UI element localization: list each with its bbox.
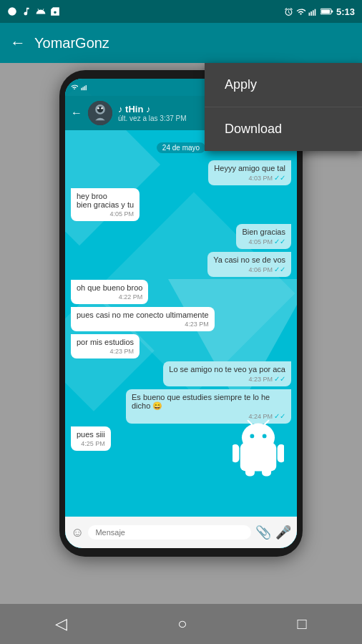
nav-recent-button[interactable]: □	[298, 615, 307, 633]
app-toolbar: ← YomarGonz	[0, 23, 362, 63]
svg-rect-1	[309, 12, 310, 15]
phone-wifi-icon	[71, 84, 78, 91]
message-4: Ya casi no se de vos 4:06 PM✓✓	[207, 252, 291, 277]
emoji-button[interactable]: ☺	[71, 525, 84, 540]
alarm-icon	[284, 7, 293, 16]
svg-point-28	[97, 107, 99, 109]
avatar-image	[88, 101, 112, 125]
svg-point-9	[242, 423, 275, 452]
svg-rect-14	[233, 444, 239, 462]
android-status-icon	[36, 6, 46, 16]
svg-rect-19	[83, 87, 84, 91]
message-7: por mis estudios 4:23 PM	[71, 334, 140, 358]
phone-signal-icon	[81, 84, 88, 91]
download-menu-item[interactable]: Download	[205, 107, 362, 151]
chat-input-bar: ☺ 📎 🎤	[65, 517, 297, 548]
message-2: hey broobien gracias y tu 4:05 PM	[71, 188, 140, 221]
svg-rect-7	[321, 9, 330, 13]
toolbar-title: YomarGonz	[34, 35, 352, 52]
android-mascot-icon	[233, 419, 284, 477]
svg-rect-20	[84, 86, 85, 90]
svg-rect-16	[245, 467, 255, 477]
svg-rect-15	[278, 444, 284, 462]
battery-icon	[321, 7, 333, 16]
apply-menu-item[interactable]: Apply	[205, 63, 362, 107]
status-right: 5:13	[284, 6, 355, 17]
message-1: Heyyy amigo que tal 4:03 PM✓✓	[208, 160, 291, 185]
bottom-navigation: ◁ ○ □	[0, 604, 362, 644]
svg-rect-2	[310, 11, 312, 15]
message-8: Lo se amigo no te veo ya por aca 4:23 PM…	[163, 361, 291, 386]
svg-rect-21	[86, 85, 87, 90]
dropdown-menu: Apply Download	[205, 63, 362, 151]
back-button[interactable]: ←	[10, 34, 26, 52]
svg-line-12	[248, 421, 253, 425]
wifi-icon	[296, 7, 305, 16]
attach-button[interactable]: 📎	[255, 525, 271, 540]
svg-point-10	[250, 434, 254, 439]
svg-rect-6	[331, 11, 333, 13]
sim-icon	[50, 6, 60, 16]
nav-back-button[interactable]: ◁	[55, 615, 67, 633]
mic-button[interactable]: 🎤	[275, 525, 291, 540]
notification-icon	[7, 6, 17, 16]
svg-line-13	[265, 421, 269, 425]
music-icon	[21, 6, 31, 16]
status-bar: 5:13	[0, 0, 362, 23]
svg-point-11	[263, 434, 267, 439]
phone-status-left	[71, 84, 88, 91]
svg-point-27	[97, 107, 104, 113]
message-input[interactable]	[88, 525, 251, 540]
nav-home-button[interactable]: ○	[177, 615, 187, 633]
message-10: pues siii 4:25 PM	[71, 426, 111, 451]
avatar	[88, 101, 112, 125]
message-9: Es bueno que estudies siempre te lo he d…	[126, 389, 291, 424]
svg-rect-4	[315, 9, 316, 15]
status-icons	[7, 6, 60, 16]
svg-point-29	[101, 107, 103, 109]
message-3: Bien gracias 4:05 PM✓✓	[236, 224, 291, 249]
svg-rect-3	[313, 10, 314, 16]
svg-rect-18	[81, 88, 82, 90]
signal-icon	[308, 7, 318, 16]
message-5: oh que bueno broo 4:22 PM	[71, 280, 148, 304]
time-display: 5:13	[336, 6, 355, 17]
phone-back-button[interactable]: ←	[71, 107, 82, 119]
svg-rect-17	[262, 467, 271, 477]
message-6: pues casi no me conecto ultimamente 4:23…	[71, 307, 215, 331]
svg-point-0	[8, 7, 16, 16]
